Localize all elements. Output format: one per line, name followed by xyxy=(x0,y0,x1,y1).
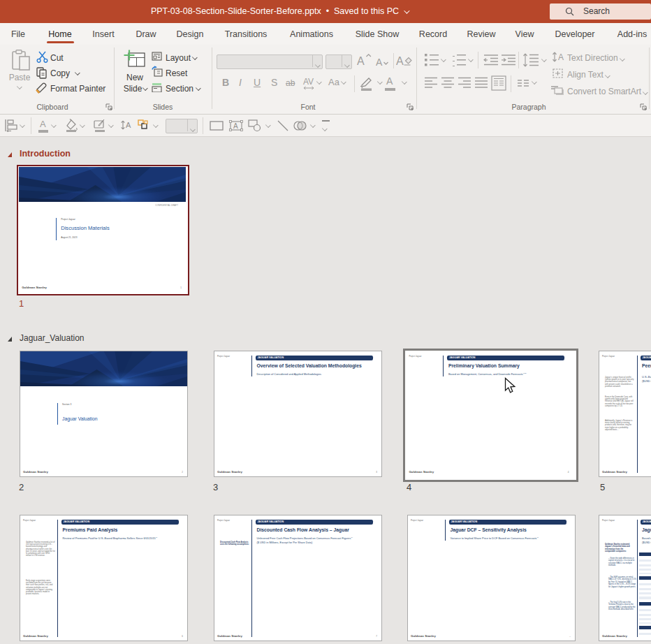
svg-text:A: A xyxy=(357,55,365,67)
svg-text:A: A xyxy=(233,122,238,130)
svg-text:A: A xyxy=(376,57,383,68)
svg-text:A: A xyxy=(396,55,404,67)
svg-text:A: A xyxy=(558,52,564,62)
svg-text:A: A xyxy=(126,121,131,129)
